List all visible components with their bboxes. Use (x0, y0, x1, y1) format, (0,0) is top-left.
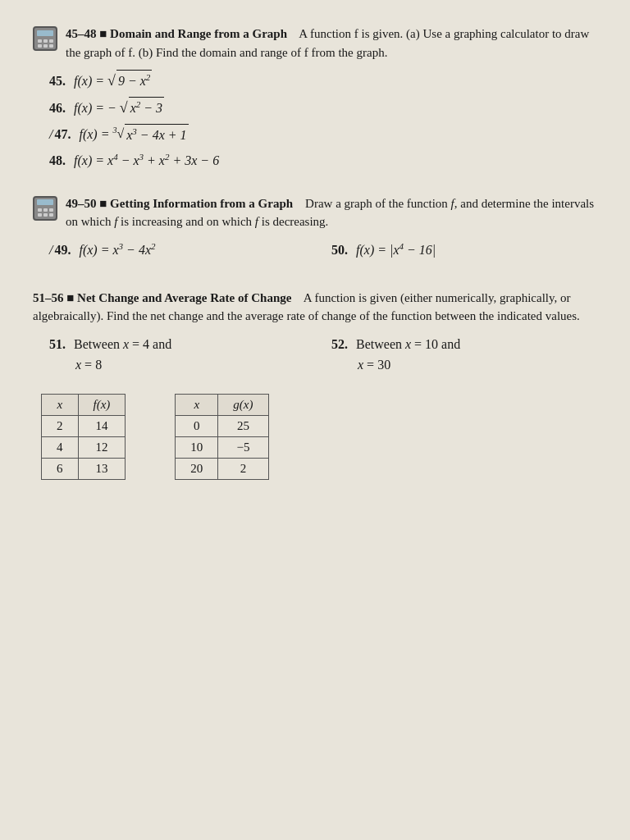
section-51-56-title-bold: Net Change and Average Rate of Change (77, 291, 291, 304)
table-fx-row3-fx: 13 (78, 458, 126, 479)
section-51-56: 51–56 ■ Net Change and Average Rate of C… (33, 289, 597, 480)
table-gx-row1-x: 0 (176, 415, 218, 436)
table-fx: x f(x) 2 14 4 12 6 13 (41, 394, 126, 480)
table-fx-row2-x: 4 (42, 436, 79, 458)
problem-48-formula: f(x) = x4 − x3 + x2 + 3x − 6 (74, 153, 219, 167)
problem-51-col: 51. Between x = 4 and x = 8 (49, 334, 315, 381)
section-45-48: 45–48 ■ Domain and Range from a Graph A … (33, 25, 597, 171)
problem-list-49-50: /49. f(x) = x3 − 4x2 50. f(x) = |x4 − 16… (49, 240, 597, 266)
table-gx: x g(x) 0 25 10 −5 20 2 (175, 394, 268, 480)
table-fx-row3-x: 6 (42, 458, 79, 479)
problem-47: /47. f(x) = 3√ x3 − 4x + 1 (49, 124, 597, 146)
section-51-56-title: 51–56 ■ Net Change and Average Rate of C… (33, 289, 597, 326)
problem-50: 50. f(x) = |x4 − 16| (331, 240, 597, 261)
problem-50-formula: f(x) = |x4 − 16| (356, 243, 436, 257)
section-49-50-bold: ■ (99, 197, 110, 210)
problem-52-text: Between x = 10 and (356, 337, 460, 351)
table-row: 2 14 (42, 415, 126, 436)
table-row: 10 −5 (176, 436, 268, 458)
section-49-50-title: 49–50 ■ Getting Information from a Graph… (66, 194, 597, 231)
table-gx-row1-gx: 25 (218, 415, 268, 436)
table-fx-row1-fx: 14 (78, 415, 126, 436)
problem-47-slash: / (49, 127, 52, 141)
section-49-50-header: 49–50 ■ Getting Information from a Graph… (33, 194, 597, 231)
table-gx-col1-header: x (176, 394, 218, 415)
problem-49: /49. f(x) = x3 − 4x2 (49, 240, 315, 261)
problem-47-formula: f(x) = 3√ x3 − 4x + 1 (79, 127, 188, 141)
problem-46-formula: f(x) = − √ x2 − 3 (74, 101, 164, 115)
problem-48: 48. f(x) = x4 − x3 + x2 + 3x − 6 (49, 150, 597, 171)
problem-50-number: 50. (331, 243, 348, 257)
table-gx-row2-x: 10 (176, 436, 218, 458)
problem-46: 46. f(x) = − √ x2 − 3 (49, 97, 597, 119)
section-51-56-header: 51–56 ■ Net Change and Average Rate of C… (33, 289, 597, 326)
table-gx-row2-gx: −5 (218, 436, 268, 458)
problem-49-slash: / (49, 243, 52, 257)
table-gx-col2-header: g(x) (218, 394, 268, 415)
table-row: 20 2 (176, 458, 268, 479)
table-fx-row1-x: 2 (42, 415, 79, 436)
section-49-50-range: 49–50 (66, 197, 97, 210)
table-gx-row3-x: 20 (176, 458, 218, 479)
problem-49-formula: f(x) = x3 − 4x2 (79, 243, 155, 257)
table-row: 4 12 (42, 436, 126, 458)
section-49-50-title-bold: Getting Information from a Graph (110, 197, 293, 210)
table-fx-wrapper: x f(x) 2 14 4 12 6 13 (41, 394, 126, 480)
table-gx-wrapper: x g(x) 0 25 10 −5 20 2 (175, 394, 268, 480)
problem-49-number: 49. (54, 243, 71, 257)
problem-45: 45. f(x) = √ 9 − x2 (49, 70, 597, 92)
problem-list-45-48: 45. f(x) = √ 9 − x2 46. f(x) = − √ x2 − … (49, 70, 597, 171)
problem-52-number: 52. (331, 337, 348, 351)
problem-51-text: Between x = 4 and (74, 337, 171, 351)
problem-45-formula: f(x) = √ 9 − x2 (74, 74, 152, 88)
problem-47-number: 47. (54, 127, 71, 141)
problem-46-number: 46. (49, 101, 66, 115)
problem-list-51-52: 51. Between x = 4 and x = 8 52. Between … (49, 334, 597, 381)
calculator-icon-1 (33, 26, 57, 51)
problem-52: 52. Between x = 10 and x = 30 (331, 334, 597, 376)
table-fx-row2-fx: 12 (78, 436, 126, 458)
section-51-56-separator: ■ (66, 291, 77, 304)
problem-51-text-2: x = 8 (75, 354, 315, 376)
problem-52-col: 52. Between x = 10 and x = 30 (331, 334, 597, 381)
table-fx-col2-header: f(x) (78, 394, 126, 415)
problem-48-number: 48. (49, 153, 66, 167)
problem-45-number: 45. (49, 74, 66, 88)
tables-row: x f(x) 2 14 4 12 6 13 (41, 394, 597, 480)
problem-49-col: /49. f(x) = x3 − 4x2 (49, 240, 315, 266)
table-row: 0 25 (176, 415, 268, 436)
problem-51-number: 51. (49, 337, 66, 351)
section-45-48-title: 45–48 ■ Domain and Range from a Graph A … (66, 25, 597, 62)
table-row: 6 13 (42, 458, 126, 479)
table-fx-col1-header: x (42, 394, 79, 415)
section-45-48-range: 45–48 (66, 27, 97, 40)
section-45-48-bold: ■ (99, 27, 110, 40)
problem-50-col: 50. f(x) = |x4 − 16| (331, 240, 597, 266)
section-49-50: 49–50 ■ Getting Information from a Graph… (33, 194, 597, 266)
problem-51: 51. Between x = 4 and x = 8 (49, 334, 315, 376)
section-51-56-range: 51–56 (33, 291, 64, 304)
calculator-icon-2 (33, 196, 57, 221)
section-45-48-header: 45–48 ■ Domain and Range from a Graph A … (33, 25, 597, 62)
table-gx-row3-gx: 2 (218, 458, 268, 479)
problem-52-text-2: x = 30 (358, 354, 597, 376)
section-45-48-title-bold: Domain and Range from a Graph (110, 27, 287, 40)
